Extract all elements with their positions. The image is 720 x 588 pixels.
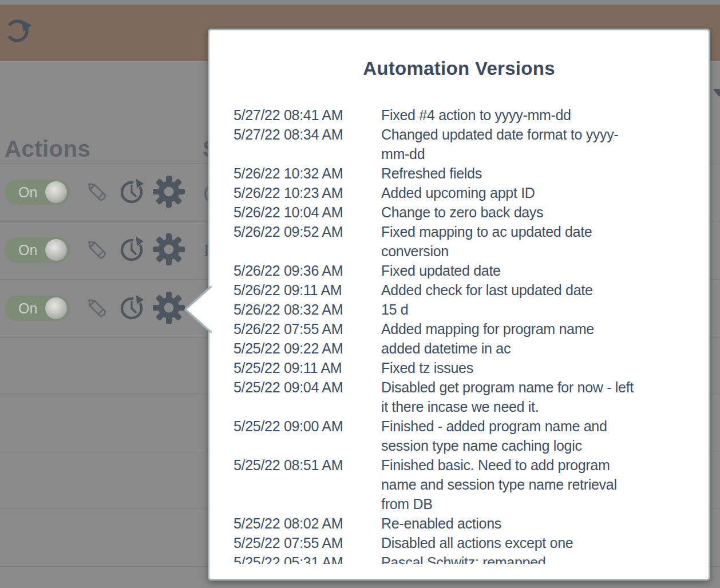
settings-button[interactable]	[153, 176, 185, 208]
version-list: 5/27/22 08:41 AM Fixed #4 action to yyyy…	[234, 105, 646, 564]
pencil-icon	[84, 236, 110, 264]
version-entry: 5/25/22 08:51 AM Finished basic. Need to…	[234, 455, 646, 514]
version-description: Pascal Schwitz: remapped	[381, 553, 642, 564]
table-row: On	[0, 222, 208, 278]
refresh-button[interactable]	[3, 16, 32, 46]
version-entry: 5/26/22 09:11 AM Added check for last up…	[234, 280, 646, 300]
version-timestamp: 5/25/22 09:22 AM	[234, 339, 381, 358]
version-description: Disabled all actions except one	[381, 533, 642, 553]
clock-history-icon	[118, 236, 145, 264]
version-description: 15 d	[381, 300, 642, 319]
clock-history-icon	[118, 178, 145, 206]
actions-column-header: Actions	[5, 136, 90, 162]
version-entry: 5/25/22 07:55 AM Disabled all actions ex…	[234, 533, 646, 553]
version-description: Added upcoming appt ID	[381, 183, 642, 202]
version-timestamp: 5/25/22 07:55 AM	[234, 533, 381, 553]
version-description: Disabled get program name for now - left…	[381, 378, 642, 416]
version-description: Fixed #4 action to yyyy-mm-dd	[381, 105, 642, 125]
table-row: On	[0, 280, 208, 336]
on-off-toggle[interactable]: On	[5, 237, 70, 263]
version-timestamp: 5/25/22 08:51 AM	[234, 455, 381, 514]
popup-pointer-arrow	[182, 286, 212, 335]
version-entry: 5/27/22 08:41 AM Fixed #4 action to yyyy…	[234, 105, 646, 125]
version-entry: 5/26/22 09:36 AM Fixed updated date	[234, 261, 646, 280]
version-entry: 5/26/22 10:32 AM Refreshed fields	[234, 164, 646, 183]
version-description: Change to zero back days	[381, 202, 642, 222]
toggle-knob-icon	[45, 239, 67, 261]
version-timestamp: 5/26/22 10:04 AM	[234, 202, 381, 222]
version-description: Fixed mapping to ac updated date convers…	[381, 222, 642, 261]
app-window: { "colors": { "page_bg": "#8a8a8b", "top…	[0, 0, 720, 588]
pencil-icon	[84, 178, 110, 206]
toggle-label: On	[18, 242, 37, 259]
version-timestamp: 5/26/22 10:23 AM	[234, 183, 381, 202]
version-entry: 5/25/22 05:31 AM Pascal Schwitz: remappe…	[234, 553, 646, 564]
version-entry: 5/27/22 08:34 AM Changed updated date fo…	[234, 125, 646, 164]
pencil-icon	[84, 295, 110, 323]
table-row: On	[0, 164, 208, 220]
edit-button[interactable]	[84, 179, 110, 205]
history-button[interactable]	[118, 295, 145, 321]
chevron-down-icon[interactable]	[713, 89, 720, 97]
version-entry: 5/26/22 07:55 AM Added mapping for progr…	[234, 319, 646, 339]
version-entry: 5/25/22 09:11 AM Fixed tz issues	[234, 358, 646, 378]
gear-icon	[153, 176, 185, 209]
version-timestamp: 5/26/22 09:52 AM	[234, 222, 381, 261]
version-entry: 5/26/22 10:23 AM Added upcoming appt ID	[234, 183, 646, 202]
version-description: added datetime in ac	[381, 339, 642, 358]
version-description: Added check for last updated date	[381, 280, 642, 300]
version-description: Finished basic. Need to add program name…	[381, 455, 642, 514]
version-entry: 5/25/22 08:02 AM Re-enabled actions	[234, 514, 646, 533]
clock-history-icon	[118, 295, 145, 323]
version-timestamp: 5/25/22 09:04 AM	[234, 378, 381, 416]
version-entry: 5/26/22 09:52 AM Fixed mapping to ac upd…	[234, 222, 646, 261]
toggle-label: On	[18, 184, 37, 201]
toggle-knob-icon	[45, 297, 67, 319]
version-timestamp: 5/27/22 08:34 AM	[234, 125, 381, 164]
version-timestamp: 5/25/22 08:02 AM	[234, 514, 381, 533]
version-entry: 5/25/22 09:00 AM Finished - added progra…	[234, 416, 646, 455]
version-description: Finished - added program name and sessio…	[381, 416, 642, 455]
version-entry: 5/26/22 08:32 AM 15 d	[234, 300, 646, 319]
toggle-label: On	[18, 300, 37, 317]
popup-title: Automation Versions	[209, 58, 709, 80]
automation-versions-popup: Automation Versions 5/27/22 08:41 AM Fix…	[208, 29, 710, 581]
version-entry: 5/25/22 09:22 AM added datetime in ac	[234, 339, 646, 358]
version-description: Fixed updated date	[381, 261, 642, 280]
version-timestamp: 5/25/22 09:11 AM	[234, 358, 381, 378]
version-timestamp: 5/26/22 10:32 AM	[234, 164, 381, 183]
version-description: Changed updated date format to yyyy-mm-d…	[381, 125, 642, 164]
edit-button[interactable]	[84, 295, 110, 321]
version-description: Added mapping for program name	[381, 319, 642, 339]
version-timestamp: 5/27/22 08:41 AM	[234, 105, 381, 125]
version-timestamp: 5/25/22 09:00 AM	[234, 416, 381, 455]
history-button[interactable]	[118, 237, 145, 263]
version-description: Refreshed fields	[381, 164, 642, 183]
version-entry: 5/26/22 10:04 AM Change to zero back day…	[234, 202, 646, 222]
version-timestamp: 5/25/22 05:31 AM	[234, 553, 381, 564]
settings-button[interactable]	[153, 234, 185, 266]
version-timestamp: 5/26/22 09:11 AM	[234, 280, 381, 300]
version-description: Fixed tz issues	[381, 358, 642, 378]
on-off-toggle[interactable]: On	[5, 180, 70, 205]
gear-icon	[153, 292, 185, 325]
version-description: Re-enabled actions	[381, 514, 642, 533]
gear-icon	[153, 233, 185, 267]
on-off-toggle[interactable]: On	[5, 296, 70, 321]
version-timestamp: 5/26/22 07:55 AM	[234, 319, 381, 339]
window-top-strip	[0, 0, 720, 5]
toggle-knob-icon	[45, 181, 67, 203]
edit-button[interactable]	[84, 237, 110, 263]
version-timestamp: 5/26/22 09:36 AM	[234, 261, 381, 280]
history-button[interactable]	[118, 179, 145, 205]
settings-button[interactable]	[153, 292, 185, 324]
refresh-icon	[3, 39, 32, 47]
version-timestamp: 5/26/22 08:32 AM	[234, 300, 381, 319]
version-entry: 5/25/22 09:04 AM Disabled get program na…	[234, 378, 646, 416]
